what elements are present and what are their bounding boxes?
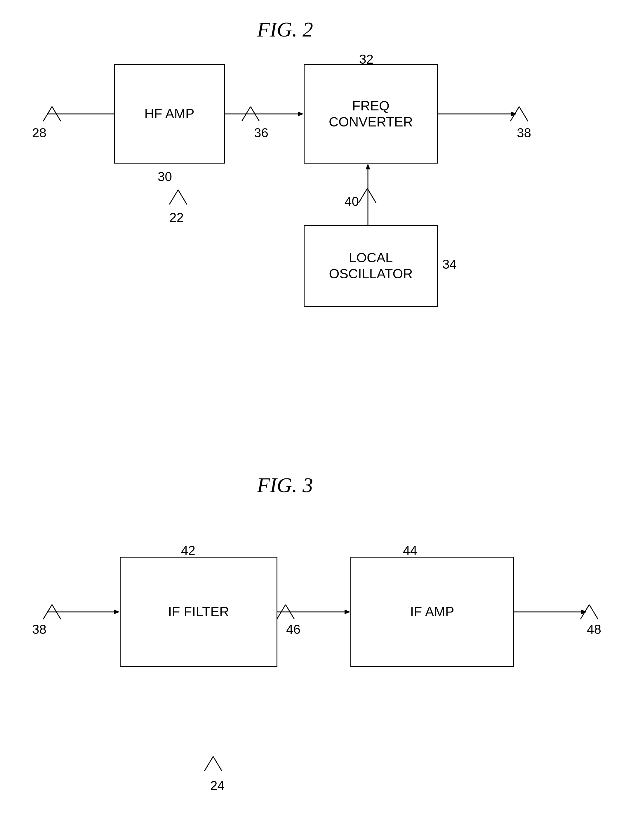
svg-line-22: [242, 107, 251, 121]
svg-line-9: [178, 190, 187, 204]
svg-marker-13: [345, 609, 350, 614]
svg-marker-11: [114, 609, 120, 614]
svg-marker-7: [366, 164, 370, 169]
svg-line-17: [213, 756, 222, 771]
ref-44: 44: [403, 543, 417, 558]
if-amp-box: IF AMP: [350, 557, 514, 667]
ref-36: 36: [254, 126, 268, 140]
hf-amp-label: HF AMP: [144, 106, 194, 122]
svg-line-30: [358, 188, 368, 203]
freq-converter-box: FREQ CONVERTER: [304, 64, 438, 164]
svg-marker-5: [511, 112, 517, 116]
svg-line-20: [510, 107, 519, 121]
fig2-title: FIG. 2: [257, 17, 313, 42]
svg-line-18: [43, 107, 52, 121]
ref-38-fig2: 38: [517, 126, 531, 140]
ref-48: 48: [587, 622, 601, 637]
svg-line-31: [368, 188, 376, 203]
ref-22: 22: [169, 210, 184, 225]
svg-line-25: [52, 605, 61, 619]
svg-line-26: [277, 605, 286, 619]
ref-32: 32: [359, 52, 374, 66]
svg-line-19: [52, 107, 61, 121]
local-oscillator-label: LOCAL OSCILLATOR: [329, 250, 413, 282]
svg-line-24: [43, 605, 52, 619]
local-oscillator-box: LOCAL OSCILLATOR: [304, 225, 438, 307]
svg-line-29: [589, 605, 598, 619]
ref-42: 42: [181, 543, 196, 558]
svg-line-28: [581, 605, 589, 619]
ref-46: 46: [286, 622, 300, 637]
ref-30: 30: [158, 169, 172, 184]
ref-28: 28: [32, 126, 46, 140]
page: FIG. 2 HF AMP FREQ CONVERTER LOCAL OSCIL…: [0, 0, 631, 840]
hf-amp-box: HF AMP: [114, 64, 225, 164]
ref-40: 40: [345, 194, 359, 209]
svg-line-16: [204, 756, 213, 771]
ref-24: 24: [210, 778, 224, 793]
svg-marker-15: [581, 609, 587, 614]
svg-line-23: [251, 107, 259, 121]
ref-34: 34: [442, 257, 457, 272]
fig3-title: FIG. 3: [257, 473, 313, 497]
if-amp-label: IF AMP: [410, 604, 454, 620]
if-filter-label: IF FILTER: [168, 604, 229, 620]
svg-marker-3: [298, 112, 304, 116]
freq-converter-label: FREQ CONVERTER: [329, 98, 413, 130]
if-filter-box: IF FILTER: [120, 557, 278, 667]
svg-line-27: [286, 605, 294, 619]
svg-line-8: [169, 190, 178, 204]
svg-line-21: [519, 107, 528, 121]
ref-38-fig3: 38: [32, 622, 46, 637]
